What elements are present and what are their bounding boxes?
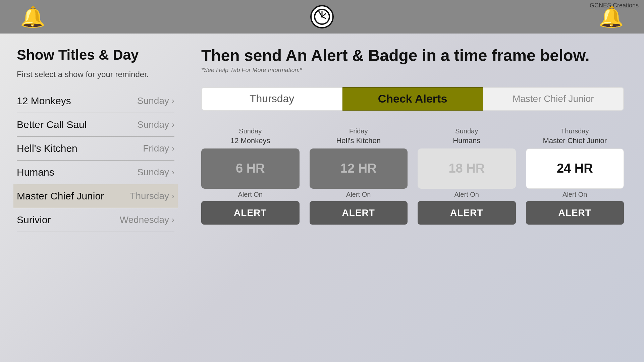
show-day-wrapper: Sunday › [137,119,174,130]
show-day-wrapper: Sunday › [137,96,174,106]
chevron-right-icon: › [172,144,174,153]
hr-box[interactable]: 6 HR [201,148,300,189]
alert-on-label: Alert On [454,191,479,198]
chevron-right-icon: › [172,96,174,106]
show-list-item[interactable]: Better Call Saul Sunday › [17,113,174,137]
card-day-label: Friday [349,127,368,135]
alert-card: Thursday Master Chief Junior 24 HR Alert… [526,127,624,225]
alert-title: Then send An Alert & Badge in a time fra… [201,47,624,65]
alert-button[interactable]: ALERT [310,201,408,225]
main-content: Show Titles & Day First select a show fo… [0,34,644,362]
card-show-label: 12 Monkeys [230,136,270,145]
alert-card: Friday Hell's Kitchen 12 HR Alert On ALE… [310,127,408,225]
gcnes-credit: GCNES Creations [590,2,639,9]
show-list: 12 Monkeys Sunday › Better Call Saul Sun… [17,89,174,232]
selector-row: Thursday Check Alerts Master Chief Junio… [201,87,624,111]
left-bell-icon: 🔔 [20,5,45,29]
show-list-item[interactable]: Master Chief Junior Thursday › [13,184,178,208]
alert-card: Sunday 12 Monkeys 6 HR Alert On ALERT [201,127,300,225]
show-day-wrapper: Wednesday › [120,215,174,225]
show-day-wrapper: Thursday › [130,191,174,201]
hr-box[interactable]: 12 HR [310,148,408,189]
section-subtitle: First select a show for your reminder. [17,70,174,79]
alert-button[interactable]: ALERT [526,201,624,225]
left-panel: Show Titles & Day First select a show fo… [0,34,188,362]
card-show-label: Master Chief Junior [543,136,607,145]
chevron-right-icon: › [172,168,174,177]
day-selector[interactable]: Thursday [201,87,342,111]
card-show-label: Hell's Kitchen [336,136,381,145]
show-list-item[interactable]: Hell's Kitchen Friday › [17,137,174,161]
alert-button[interactable]: ALERT [418,201,516,225]
right-panel: Then send An Alert & Badge in a time fra… [188,34,644,362]
show-name-selector[interactable]: Master Chief Junior [483,87,624,111]
hr-box[interactable]: 24 HR [526,148,624,189]
alert-card: Sunday Humans 18 HR Alert On ALERT [418,127,516,225]
show-day-label: Sunday [137,96,169,106]
show-day-label: Sunday [137,119,169,130]
card-day-label: Sunday [239,127,262,135]
alert-on-label: Alert On [346,191,371,198]
alert-button[interactable]: ALERT [201,201,300,225]
show-day-wrapper: Sunday › [137,167,174,178]
chevron-right-icon: › [172,191,174,201]
clock-icon [310,5,334,28]
section-title: Show Titles & Day [17,47,174,63]
show-day-label: Sunday [137,167,169,178]
clock-button[interactable] [310,5,334,28]
chevron-right-icon: › [172,120,174,129]
card-day-label: Sunday [455,127,478,135]
alert-subtitle: *See Help Tab For More Information.* [201,67,624,74]
show-day-wrapper: Friday › [143,143,174,154]
show-list-item[interactable]: Surivior Wednesday › [17,208,174,232]
show-name-label: 12 Monkeys [17,95,71,107]
alert-on-label: Alert On [562,191,587,198]
show-name-label: Master Chief Junior [17,190,104,202]
check-alerts-button[interactable]: Check Alerts [342,87,482,111]
show-list-item[interactable]: Humans Sunday › [17,161,174,184]
show-name-label: Better Call Saul [17,119,87,130]
show-name-label: Humans [17,167,54,178]
app-header: 🔔 🔔 GCNES Creations [0,0,644,34]
show-list-item[interactable]: 12 Monkeys Sunday › [17,89,174,113]
show-name-label: Surivior [17,214,51,226]
alert-on-label: Alert On [238,191,263,198]
alert-cards: Sunday 12 Monkeys 6 HR Alert On ALERT Fr… [201,127,624,225]
show-name-label: Hell's Kitchen [17,143,77,154]
show-day-label: Thursday [130,191,169,201]
show-day-label: Wednesday [120,215,169,225]
chevron-right-icon: › [172,215,174,225]
card-day-label: Thursday [561,127,589,135]
show-day-label: Friday [143,143,169,154]
hr-box[interactable]: 18 HR [418,148,516,189]
svg-point-3 [321,16,323,18]
card-show-label: Humans [453,136,480,145]
